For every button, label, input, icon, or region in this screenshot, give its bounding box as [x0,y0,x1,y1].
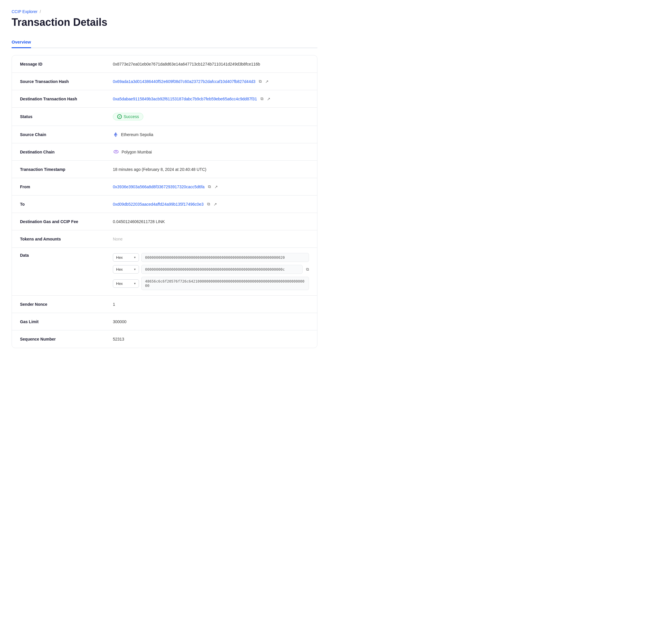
value-tokens: None [113,237,309,242]
label-source-tx-hash: Source Transaction Hash [20,79,113,84]
tab-overview[interactable]: Overview [12,37,31,48]
label-fee: Destination Gas and CCIP Fee [20,219,113,224]
label-status: Status [20,114,113,119]
data-block-2: Hex ▾ 48656c6c6f20576f726c64210000000000… [113,277,309,290]
value-from: 0x3936e3903a566a8d8f3367293917320cacc5d6… [113,184,309,189]
details-card: Message ID 0x8773e27ea01eb0e7671da8d63e1… [12,55,317,348]
row-to: To 0xd09db522035aaced4affd24a99b135f1749… [12,196,317,213]
from-external-icon[interactable]: ↗ [214,184,218,189]
label-timestamp: Transaction Timestamp [20,167,113,172]
to-copy-icon[interactable]: ⧉ [207,202,210,207]
row-timestamp: Transaction Timestamp 18 minutes ago (Fe… [12,161,317,178]
breadcrumb-parent[interactable]: CCIP Explorer [12,9,38,14]
breadcrumb-separator: / [40,9,41,14]
chevron-down-icon-1: ▾ [134,268,136,271]
value-dest-chain: Polygon Mumbai [113,149,309,155]
row-dest-tx-hash: Destination Transaction Hash 0xa5dabae91… [12,90,317,108]
label-dest-tx-hash: Destination Transaction Hash [20,97,113,101]
label-dest-chain: Destination Chain [20,150,113,154]
row-dest-chain: Destination Chain Polygon Mumbai [12,143,317,161]
label-source-chain: Source Chain [20,132,113,137]
label-data: Data [20,253,113,258]
dest-tx-external-icon[interactable]: ↗ [267,97,270,101]
label-message-id: Message ID [20,62,113,66]
hex-select-1[interactable]: Hex ▾ [113,265,139,274]
source-tx-copy-icon[interactable]: ⧉ [259,79,262,84]
label-sender-nonce: Sender Nonce [20,302,113,307]
from-address-link[interactable]: 0x3936e3903a566a8d8f3367293917320cacc5d6… [113,184,205,189]
data-copy-icon[interactable]: ⧉ [306,267,309,272]
eth-chain-icon [113,132,119,138]
page-title: Transaction Details [12,16,317,28]
value-status: ✓ Success [113,113,309,120]
data-blocks-container: Hex ▾ 0000000000000000000000000000000000… [113,253,309,290]
status-text: Success [123,114,139,119]
row-status: Status ✓ Success [12,108,317,126]
data-block-0: Hex ▾ 0000000000000000000000000000000000… [113,253,309,262]
source-tx-external-icon[interactable]: ↗ [265,79,269,84]
from-copy-icon[interactable]: ⧉ [208,184,211,189]
value-timestamp: 18 minutes ago (February 8, 2024 at 20:4… [113,167,309,172]
polygon-logo [113,149,119,155]
value-to: 0xd09db522035aaced4affd24a99b135f17496c0… [113,202,309,207]
hex-select-0[interactable]: Hex ▾ [113,253,139,262]
row-source-chain: Source Chain Ethereum Sepolia [12,126,317,143]
breadcrumb: CCIP Explorer / [12,9,317,14]
row-data: Data Hex ▾ 00000000000000000000000000000… [12,248,317,296]
to-address-link[interactable]: 0xd09db522035aaced4affd24a99b135f17496c0… [113,202,204,207]
hex-value-2: 48656c6c6f20576f726c64210000000000000000… [141,277,309,290]
row-sender-nonce: Sender Nonce 1 [12,296,317,313]
row-gas-limit: Gas Limit 300000 [12,313,317,330]
dest-chain-name: Polygon Mumbai [121,150,152,154]
row-fee: Destination Gas and CCIP Fee 0.045012460… [12,213,317,230]
chevron-down-icon-2: ▾ [134,282,136,285]
source-chain-name: Ethereum Sepolia [121,132,153,137]
value-source-chain: Ethereum Sepolia [113,132,309,138]
label-gas-limit: Gas Limit [20,319,113,324]
value-sender-nonce: 1 [113,302,309,307]
row-tokens: Tokens and Amounts None [12,230,317,248]
row-from: From 0x3936e3903a566a8d8f3367293917320ca… [12,178,317,196]
value-source-tx-hash: 0x69ada1a3d014386440f52e609f08d7c60a2372… [113,79,309,84]
ethereum-logo [113,132,119,138]
poly-chain-icon [113,149,119,155]
hex-select-2[interactable]: Hex ▾ [113,279,139,288]
label-from: From [20,184,113,189]
label-sequence-number: Sequence Number [20,337,113,341]
dest-tx-copy-icon[interactable]: ⧉ [260,96,264,101]
value-fee: 0.04501246062611728 LINK [113,219,309,224]
value-message-id: 0x8773e27ea01eb0e7671da8d63e14a647713cb1… [113,62,309,66]
value-dest-tx-hash: 0xa5dabae9115849b3acb92f61153187dabc7b9c… [113,96,309,101]
label-tokens: Tokens and Amounts [20,237,113,242]
row-sequence-number: Sequence Number 52313 [12,330,317,348]
tabs-container: Overview [12,37,317,48]
hex-value-1: 0000000000000000000000000000000000000000… [141,265,302,274]
dest-tx-hash-link[interactable]: 0xa5dabae9115849b3acb92f61153187dabc7b9c… [113,97,257,101]
to-external-icon[interactable]: ↗ [213,202,217,207]
hex-value-0: 0000000000000000000000000000000000000000… [141,253,309,262]
check-icon: ✓ [117,114,122,119]
status-badge: ✓ Success [113,113,143,120]
chevron-down-icon-0: ▾ [134,256,136,259]
source-tx-hash-link[interactable]: 0x69ada1a3d014386440f52e609f08d7c60a2372… [113,79,255,84]
row-message-id: Message ID 0x8773e27ea01eb0e7671da8d63e1… [12,55,317,73]
label-to: To [20,202,113,207]
value-sequence-number: 52313 [113,337,309,341]
value-gas-limit: 300000 [113,319,309,324]
row-source-tx-hash: Source Transaction Hash 0x69ada1a3d01438… [12,73,317,90]
data-block-1: Hex ▾ 0000000000000000000000000000000000… [113,265,309,274]
